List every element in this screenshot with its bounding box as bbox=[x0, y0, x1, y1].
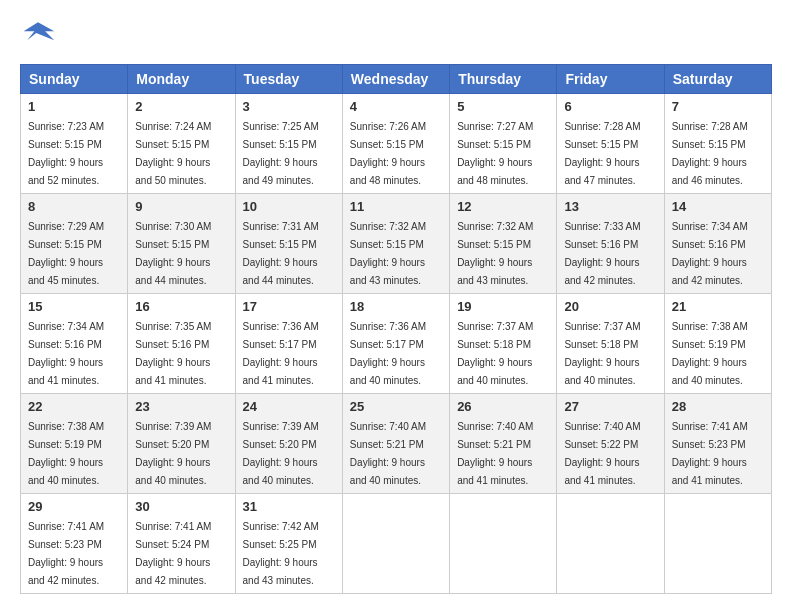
day-number: 31 bbox=[243, 499, 335, 514]
logo bbox=[20, 20, 60, 48]
day-number: 14 bbox=[672, 199, 764, 214]
calendar-cell: 23 Sunrise: 7:39 AMSunset: 5:20 PMDaylig… bbox=[128, 394, 235, 494]
calendar-week-row: 8 Sunrise: 7:29 AMSunset: 5:15 PMDayligh… bbox=[21, 194, 772, 294]
day-number: 30 bbox=[135, 499, 227, 514]
day-info: Sunrise: 7:30 AMSunset: 5:15 PMDaylight:… bbox=[135, 221, 211, 286]
calendar-cell: 22 Sunrise: 7:38 AMSunset: 5:19 PMDaylig… bbox=[21, 394, 128, 494]
logo-icon bbox=[20, 20, 56, 48]
calendar-cell: 5 Sunrise: 7:27 AMSunset: 5:15 PMDayligh… bbox=[450, 94, 557, 194]
day-number: 18 bbox=[350, 299, 442, 314]
day-number: 13 bbox=[564, 199, 656, 214]
calendar-cell bbox=[342, 494, 449, 594]
calendar-cell: 3 Sunrise: 7:25 AMSunset: 5:15 PMDayligh… bbox=[235, 94, 342, 194]
day-number: 7 bbox=[672, 99, 764, 114]
day-number: 6 bbox=[564, 99, 656, 114]
day-info: Sunrise: 7:28 AMSunset: 5:15 PMDaylight:… bbox=[564, 121, 640, 186]
day-number: 1 bbox=[28, 99, 120, 114]
day-info: Sunrise: 7:36 AMSunset: 5:17 PMDaylight:… bbox=[350, 321, 426, 386]
calendar-week-row: 15 Sunrise: 7:34 AMSunset: 5:16 PMDaylig… bbox=[21, 294, 772, 394]
day-info: Sunrise: 7:41 AMSunset: 5:23 PMDaylight:… bbox=[672, 421, 748, 486]
day-number: 26 bbox=[457, 399, 549, 414]
day-number: 29 bbox=[28, 499, 120, 514]
calendar-cell: 14 Sunrise: 7:34 AMSunset: 5:16 PMDaylig… bbox=[664, 194, 771, 294]
calendar-cell: 2 Sunrise: 7:24 AMSunset: 5:15 PMDayligh… bbox=[128, 94, 235, 194]
calendar-cell: 28 Sunrise: 7:41 AMSunset: 5:23 PMDaylig… bbox=[664, 394, 771, 494]
day-number: 8 bbox=[28, 199, 120, 214]
day-info: Sunrise: 7:31 AMSunset: 5:15 PMDaylight:… bbox=[243, 221, 319, 286]
calendar-cell: 18 Sunrise: 7:36 AMSunset: 5:17 PMDaylig… bbox=[342, 294, 449, 394]
calendar-cell: 27 Sunrise: 7:40 AMSunset: 5:22 PMDaylig… bbox=[557, 394, 664, 494]
day-info: Sunrise: 7:34 AMSunset: 5:16 PMDaylight:… bbox=[28, 321, 104, 386]
day-info: Sunrise: 7:28 AMSunset: 5:15 PMDaylight:… bbox=[672, 121, 748, 186]
col-tuesday: Tuesday bbox=[235, 65, 342, 94]
day-info: Sunrise: 7:23 AMSunset: 5:15 PMDaylight:… bbox=[28, 121, 104, 186]
day-info: Sunrise: 7:39 AMSunset: 5:20 PMDaylight:… bbox=[243, 421, 319, 486]
day-info: Sunrise: 7:39 AMSunset: 5:20 PMDaylight:… bbox=[135, 421, 211, 486]
calendar-cell: 12 Sunrise: 7:32 AMSunset: 5:15 PMDaylig… bbox=[450, 194, 557, 294]
day-number: 16 bbox=[135, 299, 227, 314]
day-number: 15 bbox=[28, 299, 120, 314]
calendar-cell: 21 Sunrise: 7:38 AMSunset: 5:19 PMDaylig… bbox=[664, 294, 771, 394]
day-info: Sunrise: 7:29 AMSunset: 5:15 PMDaylight:… bbox=[28, 221, 104, 286]
day-info: Sunrise: 7:37 AMSunset: 5:18 PMDaylight:… bbox=[457, 321, 533, 386]
calendar-cell: 11 Sunrise: 7:32 AMSunset: 5:15 PMDaylig… bbox=[342, 194, 449, 294]
calendar-cell bbox=[557, 494, 664, 594]
calendar-cell: 6 Sunrise: 7:28 AMSunset: 5:15 PMDayligh… bbox=[557, 94, 664, 194]
calendar-table: Sunday Monday Tuesday Wednesday Thursday… bbox=[20, 64, 772, 594]
day-info: Sunrise: 7:33 AMSunset: 5:16 PMDaylight:… bbox=[564, 221, 640, 286]
svg-marker-0 bbox=[24, 22, 55, 40]
day-number: 19 bbox=[457, 299, 549, 314]
col-friday: Friday bbox=[557, 65, 664, 94]
day-info: Sunrise: 7:38 AMSunset: 5:19 PMDaylight:… bbox=[672, 321, 748, 386]
day-number: 23 bbox=[135, 399, 227, 414]
calendar-week-row: 22 Sunrise: 7:38 AMSunset: 5:19 PMDaylig… bbox=[21, 394, 772, 494]
calendar-cell: 30 Sunrise: 7:41 AMSunset: 5:24 PMDaylig… bbox=[128, 494, 235, 594]
day-info: Sunrise: 7:24 AMSunset: 5:15 PMDaylight:… bbox=[135, 121, 211, 186]
col-wednesday: Wednesday bbox=[342, 65, 449, 94]
day-number: 17 bbox=[243, 299, 335, 314]
calendar-cell bbox=[664, 494, 771, 594]
calendar-cell bbox=[450, 494, 557, 594]
day-info: Sunrise: 7:27 AMSunset: 5:15 PMDaylight:… bbox=[457, 121, 533, 186]
day-number: 28 bbox=[672, 399, 764, 414]
col-thursday: Thursday bbox=[450, 65, 557, 94]
col-monday: Monday bbox=[128, 65, 235, 94]
calendar-cell: 20 Sunrise: 7:37 AMSunset: 5:18 PMDaylig… bbox=[557, 294, 664, 394]
calendar-cell: 4 Sunrise: 7:26 AMSunset: 5:15 PMDayligh… bbox=[342, 94, 449, 194]
day-info: Sunrise: 7:37 AMSunset: 5:18 PMDaylight:… bbox=[564, 321, 640, 386]
day-number: 22 bbox=[28, 399, 120, 414]
day-number: 3 bbox=[243, 99, 335, 114]
calendar-cell: 1 Sunrise: 7:23 AMSunset: 5:15 PMDayligh… bbox=[21, 94, 128, 194]
calendar-cell: 24 Sunrise: 7:39 AMSunset: 5:20 PMDaylig… bbox=[235, 394, 342, 494]
calendar-cell: 25 Sunrise: 7:40 AMSunset: 5:21 PMDaylig… bbox=[342, 394, 449, 494]
day-info: Sunrise: 7:35 AMSunset: 5:16 PMDaylight:… bbox=[135, 321, 211, 386]
calendar-cell: 17 Sunrise: 7:36 AMSunset: 5:17 PMDaylig… bbox=[235, 294, 342, 394]
day-number: 24 bbox=[243, 399, 335, 414]
header bbox=[20, 20, 772, 48]
day-info: Sunrise: 7:40 AMSunset: 5:21 PMDaylight:… bbox=[350, 421, 426, 486]
col-sunday: Sunday bbox=[21, 65, 128, 94]
day-number: 21 bbox=[672, 299, 764, 314]
day-info: Sunrise: 7:41 AMSunset: 5:23 PMDaylight:… bbox=[28, 521, 104, 586]
calendar-cell: 31 Sunrise: 7:42 AMSunset: 5:25 PMDaylig… bbox=[235, 494, 342, 594]
day-number: 2 bbox=[135, 99, 227, 114]
calendar-cell: 15 Sunrise: 7:34 AMSunset: 5:16 PMDaylig… bbox=[21, 294, 128, 394]
calendar-cell: 29 Sunrise: 7:41 AMSunset: 5:23 PMDaylig… bbox=[21, 494, 128, 594]
calendar-cell: 19 Sunrise: 7:37 AMSunset: 5:18 PMDaylig… bbox=[450, 294, 557, 394]
day-info: Sunrise: 7:38 AMSunset: 5:19 PMDaylight:… bbox=[28, 421, 104, 486]
day-info: Sunrise: 7:40 AMSunset: 5:21 PMDaylight:… bbox=[457, 421, 533, 486]
calendar-cell: 13 Sunrise: 7:33 AMSunset: 5:16 PMDaylig… bbox=[557, 194, 664, 294]
day-info: Sunrise: 7:36 AMSunset: 5:17 PMDaylight:… bbox=[243, 321, 319, 386]
page-container: Sunday Monday Tuesday Wednesday Thursday… bbox=[20, 20, 772, 594]
calendar-week-row: 29 Sunrise: 7:41 AMSunset: 5:23 PMDaylig… bbox=[21, 494, 772, 594]
day-number: 11 bbox=[350, 199, 442, 214]
day-number: 27 bbox=[564, 399, 656, 414]
day-info: Sunrise: 7:40 AMSunset: 5:22 PMDaylight:… bbox=[564, 421, 640, 486]
day-info: Sunrise: 7:26 AMSunset: 5:15 PMDaylight:… bbox=[350, 121, 426, 186]
day-info: Sunrise: 7:32 AMSunset: 5:15 PMDaylight:… bbox=[350, 221, 426, 286]
day-info: Sunrise: 7:25 AMSunset: 5:15 PMDaylight:… bbox=[243, 121, 319, 186]
col-saturday: Saturday bbox=[664, 65, 771, 94]
day-number: 4 bbox=[350, 99, 442, 114]
day-info: Sunrise: 7:34 AMSunset: 5:16 PMDaylight:… bbox=[672, 221, 748, 286]
day-number: 5 bbox=[457, 99, 549, 114]
